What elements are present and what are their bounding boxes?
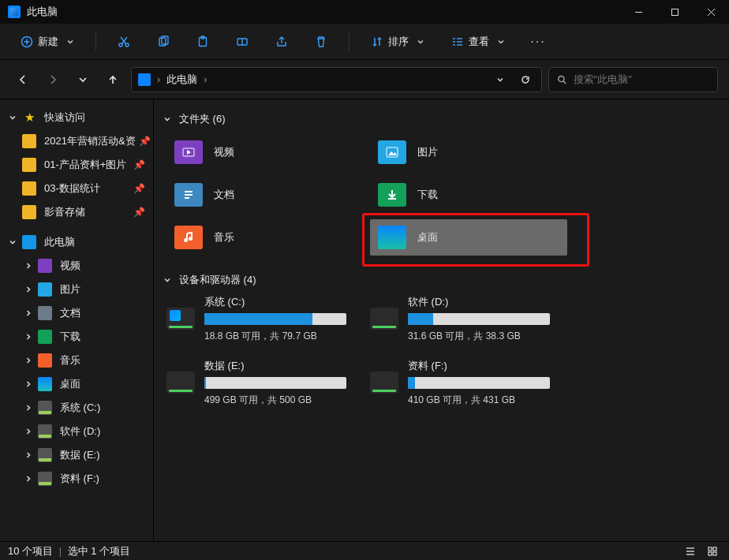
folder-pictures[interactable]: 图片: [370, 134, 567, 170]
sidebar-pinned-item[interactable]: 2021年营销活动&资 📌: [2, 129, 151, 153]
sidebar-item-drive-e[interactable]: 数据 (E:): [2, 443, 151, 467]
crumb-sep-icon: ›: [157, 73, 160, 85]
svg-point-12: [184, 238, 188, 242]
sidebar-pinned-item[interactable]: 01-产品资料+图片 📌: [2, 153, 151, 177]
drive-e[interactable]: 数据 (E:) 499 GB 可用，共 500 GB: [166, 359, 356, 407]
pc-icon: [22, 235, 36, 249]
status-bar: 10 个项目 | 选中 1 个项目: [0, 541, 729, 560]
cut-button[interactable]: [110, 29, 138, 54]
delete-button[interactable]: [307, 29, 335, 54]
music-icon: [38, 353, 52, 368]
new-button[interactable]: 新建: [13, 31, 82, 53]
up-button[interactable]: [101, 68, 125, 91]
document-icon: [174, 183, 203, 207]
drive-c[interactable]: 系统 (C:) 18.8 GB 可用，共 79.7 GB: [166, 295, 356, 343]
paste-button[interactable]: [189, 29, 217, 54]
sidebar-item-label: 数据 (E:): [60, 448, 100, 462]
folder-label: 文档: [214, 188, 234, 202]
toolbar: 新建 排序 查看 ···: [0, 24, 729, 60]
pin-icon: 📌: [133, 183, 145, 194]
folder-desktop[interactable]: 桌面: [370, 219, 567, 256]
tiles-view-button[interactable]: [704, 544, 721, 558]
sidebar-item-drive-f[interactable]: 资料 (F:): [2, 467, 151, 491]
sidebar-quick-access[interactable]: ★ 快速访问: [2, 106, 151, 129]
folder-icon: [22, 134, 36, 148]
svg-rect-17: [713, 552, 716, 555]
sidebar-item-label: 音乐: [60, 353, 80, 368]
drive-stat: 31.6 GB 可用，共 38.3 GB: [408, 330, 559, 343]
sidebar-pinned-item[interactable]: 03-数据统计 📌: [2, 177, 151, 200]
pin-icon: 📌: [139, 136, 151, 147]
app-icon: [8, 6, 21, 18]
star-icon: ★: [22, 110, 36, 125]
folder-downloads[interactable]: 下载: [370, 177, 567, 213]
drive-f[interactable]: 资料 (F:) 410 GB 可用，共 431 GB: [370, 359, 559, 407]
sidebar-item-label: 资料 (F:): [60, 472, 99, 486]
folder-music[interactable]: 音乐: [166, 219, 364, 256]
folder-videos[interactable]: 视频: [166, 134, 364, 170]
folder-label: 音乐: [214, 230, 234, 245]
drive-name: 系统 (C:): [204, 295, 356, 309]
picture-icon: [38, 282, 52, 297]
minimize-button[interactable]: [620, 0, 656, 24]
address-dropdown[interactable]: [491, 75, 510, 84]
rename-button[interactable]: [228, 29, 256, 54]
search-input[interactable]: [574, 73, 709, 85]
sidebar-item-videos[interactable]: 视频: [2, 254, 151, 278]
drive-stat: 410 GB 可用，共 431 GB: [408, 394, 559, 407]
address-row: › 此电脑 ›: [0, 60, 729, 99]
title-bar: 此电脑: [0, 0, 729, 24]
folders-group-header[interactable]: 文件夹 (6): [163, 112, 716, 126]
drives-group-header[interactable]: 设备和驱动器 (4): [163, 273, 716, 287]
folder-icon: [22, 158, 36, 172]
folder-documents[interactable]: 文档: [166, 177, 364, 213]
refresh-button[interactable]: [516, 75, 535, 84]
view-button[interactable]: 查看: [443, 31, 513, 53]
sort-label: 排序: [388, 35, 409, 49]
sidebar-item-pictures[interactable]: 图片: [2, 278, 151, 301]
drive-icon: [38, 424, 52, 439]
sidebar-this-pc[interactable]: 此电脑: [2, 230, 151, 254]
close-button[interactable]: [693, 0, 729, 24]
address-bar[interactable]: › 此电脑 ›: [131, 67, 542, 92]
music-icon: [174, 226, 203, 249]
desktop-icon: [378, 226, 406, 249]
more-button[interactable]: ···: [524, 29, 552, 54]
pin-icon: 📌: [133, 207, 145, 218]
forward-button[interactable]: [41, 68, 65, 91]
sidebar-pinned-item[interactable]: 影音存储 📌: [2, 200, 151, 224]
download-icon: [38, 330, 52, 344]
sidebar-item-desktop[interactable]: 桌面: [2, 372, 151, 396]
video-icon: [174, 140, 203, 164]
sidebar-item-drive-c[interactable]: 系统 (C:): [2, 396, 151, 420]
sort-button[interactable]: 排序: [363, 31, 432, 53]
search-box[interactable]: [548, 67, 718, 92]
share-button[interactable]: [267, 29, 296, 54]
breadcrumb-this-pc[interactable]: 此电脑: [166, 73, 197, 87]
svg-rect-14: [708, 547, 712, 551]
content-area: 文件夹 (6) 视频 图片 文档 下载 音乐: [154, 99, 729, 541]
sidebar-item-documents[interactable]: 文档: [2, 301, 151, 325]
sidebar-item-label: 此电脑: [44, 235, 75, 249]
sidebar-item-label: 桌面: [60, 377, 80, 391]
status-selected-count: 选中 1 个项目: [68, 545, 130, 557]
video-icon: [38, 259, 52, 273]
svg-rect-0: [671, 9, 678, 15]
svg-point-3: [125, 43, 129, 47]
maximize-button[interactable]: [656, 0, 693, 24]
sidebar-item-drive-d[interactable]: 软件 (D:): [2, 420, 151, 443]
drive-d[interactable]: 软件 (D:) 31.6 GB 可用，共 38.3 GB: [370, 295, 559, 343]
drive-icon: [38, 401, 52, 415]
document-icon: [38, 306, 52, 320]
copy-button[interactable]: [149, 29, 178, 54]
sidebar-item-label: 影音存储: [44, 205, 85, 219]
desktop-icon: [38, 377, 52, 391]
details-view-button[interactable]: [682, 544, 699, 558]
location-icon: [138, 73, 151, 86]
recent-button[interactable]: [71, 68, 95, 91]
sidebar-item-downloads[interactable]: 下载: [2, 325, 151, 349]
drive-icon: [166, 371, 195, 394]
back-button[interactable]: [11, 68, 35, 91]
svg-point-9: [559, 76, 564, 81]
sidebar-item-music[interactable]: 音乐: [2, 349, 151, 372]
